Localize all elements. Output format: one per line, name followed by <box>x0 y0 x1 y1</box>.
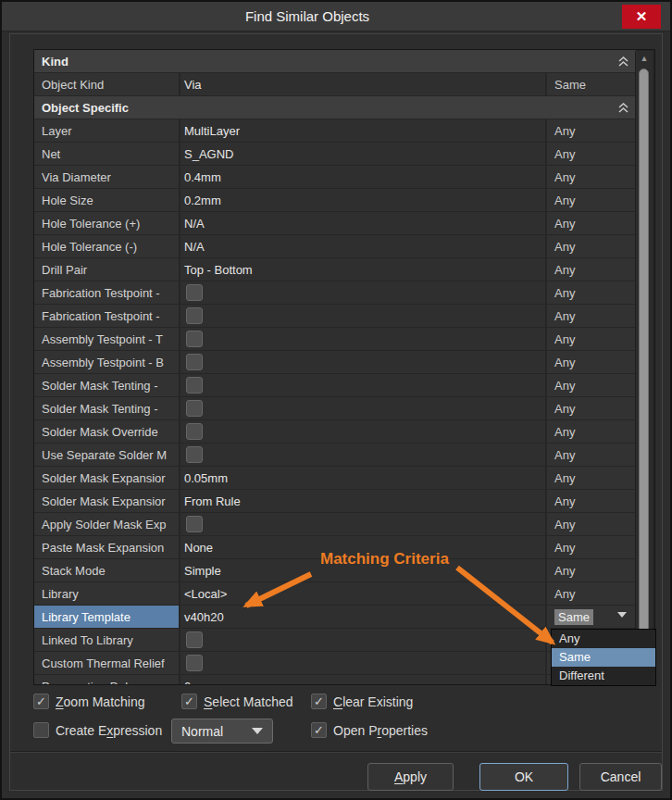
row-criteria[interactable]: Any <box>547 212 636 234</box>
row-label[interactable]: Net <box>34 143 179 165</box>
row-criteria[interactable]: Any <box>547 513 636 535</box>
row-criteria[interactable]: Same <box>547 606 636 628</box>
row-label[interactable]: Solder Mask Expansior <box>34 490 179 512</box>
row-value[interactable] <box>180 629 545 651</box>
row-criteria[interactable]: Any <box>547 305 636 327</box>
row-label[interactable]: Use Separate Solder M <box>34 444 179 466</box>
chevron-down-icon[interactable] <box>617 612 627 618</box>
vertical-scrollbar[interactable]: ▲ <box>635 51 653 683</box>
mode-select[interactable]: Normal <box>171 719 273 744</box>
row-label[interactable]: Apply Solder Mask Exp <box>34 513 179 535</box>
row-label[interactable]: Fabrication Testpoint - <box>34 305 179 327</box>
row-label[interactable]: Propagation Delay <box>34 675 179 685</box>
row-label[interactable]: Stack Mode <box>34 559 179 581</box>
row-criteria[interactable]: Any <box>547 444 636 466</box>
row-label[interactable]: Solder Mask Override <box>34 420 179 443</box>
row-label[interactable]: Solder Mask Tenting - <box>34 374 179 396</box>
row-value[interactable]: Top - Bottom <box>180 258 545 281</box>
row-label[interactable]: Layer <box>34 119 179 142</box>
row-label[interactable]: Library <box>34 582 179 605</box>
row-label[interactable]: Solder Mask Expansior <box>34 467 179 489</box>
row-label[interactable]: Solder Mask Tenting - <box>34 397 179 419</box>
section-header-object-specific[interactable]: Object Specific <box>34 96 636 119</box>
row-checkbox[interactable] <box>186 307 203 324</box>
row-value[interactable] <box>180 420 545 443</box>
row-value[interactable] <box>180 513 545 535</box>
row-value[interactable] <box>180 397 545 419</box>
row-value[interactable] <box>180 444 545 466</box>
scrollbar-up-arrow-icon[interactable]: ▲ <box>636 54 653 63</box>
row-criteria[interactable]: Any <box>547 490 636 512</box>
row-criteria[interactable]: Same <box>547 73 636 95</box>
row-label[interactable]: Assembly Testpoint - B <box>34 351 179 373</box>
row-value[interactable] <box>180 351 545 373</box>
row-criteria[interactable]: Any <box>547 351 636 373</box>
row-label[interactable]: Object Kind <box>34 73 179 95</box>
row-label[interactable]: Hole Tolerance (+) <box>34 212 179 234</box>
row-checkbox[interactable] <box>186 377 203 394</box>
row-criteria[interactable]: Any <box>547 582 636 605</box>
option-create-expression[interactable]: Create Expression <box>33 722 162 738</box>
row-criteria[interactable]: Any <box>547 258 636 281</box>
row-criteria[interactable]: Any <box>547 119 636 142</box>
clear-existing-checkbox[interactable]: ✓ <box>311 694 327 709</box>
row-label[interactable]: Fabrication Testpoint - <box>34 281 179 304</box>
row-value[interactable]: N/A <box>180 235 545 257</box>
open-properties-checkbox[interactable]: ✓ <box>311 722 327 738</box>
scrollbar-thumb[interactable] <box>639 69 649 667</box>
row-value[interactable]: 0.4mm <box>180 166 545 188</box>
collapse-chevrons-icon[interactable] <box>618 103 628 113</box>
row-label[interactable]: Assembly Testpoint - T <box>34 328 179 350</box>
collapse-chevrons-icon[interactable] <box>618 56 628 67</box>
row-value[interactable] <box>180 652 545 674</box>
dialog-titlebar[interactable]: Find Similar Objects ✕ <box>2 2 670 31</box>
row-value[interactable]: MultiLayer <box>180 119 545 142</box>
row-value[interactable]: S_AGND <box>180 143 545 165</box>
section-header-kind[interactable]: Kind <box>34 50 636 72</box>
row-value[interactable] <box>180 328 545 350</box>
row-checkbox[interactable] <box>186 284 203 301</box>
row-criteria[interactable]: Any <box>547 420 636 443</box>
dropdown-item-same[interactable]: Same <box>552 648 655 667</box>
apply-button[interactable]: Apply <box>367 763 454 791</box>
row-criteria[interactable]: Any <box>547 235 636 257</box>
row-criteria[interactable]: Any <box>547 166 636 188</box>
row-checkbox[interactable] <box>186 655 203 671</box>
row-criteria[interactable]: Any <box>547 374 636 396</box>
row-value[interactable]: 0.2mm <box>180 189 545 211</box>
zoom-matching-checkbox[interactable]: ✓ <box>33 694 49 709</box>
row-criteria[interactable]: Any <box>547 397 636 419</box>
close-button[interactable]: ✕ <box>622 5 661 29</box>
row-label[interactable]: Linked To Library <box>34 629 179 651</box>
row-label[interactable]: Drill Pair <box>34 258 179 281</box>
row-value[interactable]: N/A <box>180 212 545 234</box>
row-label[interactable]: Via Diameter <box>34 166 179 188</box>
row-label[interactable]: Hole Tolerance (-) <box>34 235 179 257</box>
row-value[interactable] <box>180 281 545 304</box>
row-checkbox[interactable] <box>186 400 203 417</box>
row-value[interactable]: <Local> <box>180 582 545 605</box>
row-value[interactable]: 0ps <box>180 675 545 685</box>
row-criteria[interactable]: Any <box>547 143 636 165</box>
row-criteria[interactable]: Any <box>547 559 636 581</box>
row-label[interactable]: Hole Size <box>34 189 179 211</box>
row-checkbox[interactable] <box>186 446 203 463</box>
row-checkbox[interactable] <box>186 354 203 370</box>
option-select-matched[interactable]: ✓Select Matched <box>181 694 293 709</box>
row-label[interactable]: Paste Mask Expansion <box>34 536 179 558</box>
row-criteria[interactable]: Any <box>547 189 636 211</box>
row-criteria[interactable]: Any <box>547 467 636 489</box>
row-value[interactable] <box>180 305 545 327</box>
row-value[interactable] <box>180 374 545 396</box>
row-criteria[interactable]: Any <box>547 536 636 558</box>
option-zoom-matching[interactable]: ✓Zoom Matching <box>33 694 145 709</box>
select-matched-checkbox[interactable]: ✓ <box>181 694 197 709</box>
row-value[interactable]: From Rule <box>180 490 545 512</box>
row-label[interactable]: Custom Thermal Relief <box>34 652 179 674</box>
row-criteria[interactable]: Any <box>547 328 636 350</box>
row-checkbox[interactable] <box>186 331 203 347</box>
cancel-button[interactable]: Cancel <box>579 763 662 791</box>
row-value[interactable]: 0.05mm <box>180 467 545 489</box>
option-open-properties[interactable]: ✓Open Properties <box>311 722 428 738</box>
row-value[interactable]: Via <box>180 73 545 95</box>
